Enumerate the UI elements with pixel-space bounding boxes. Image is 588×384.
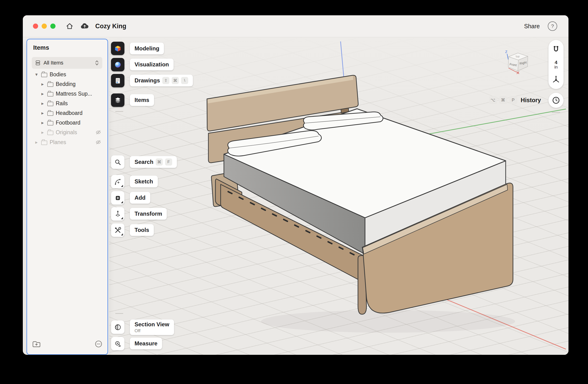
close-button[interactable] — [33, 23, 38, 29]
section-view-label[interactable]: Section View Off — [130, 319, 174, 335]
folder-icon — [41, 140, 47, 145]
folder-icon — [47, 82, 53, 87]
add-label[interactable]: Add — [130, 192, 150, 204]
search-icon — [113, 158, 123, 167]
transform-move-icon — [113, 209, 123, 219]
tools-button[interactable] — [111, 224, 125, 237]
tree-item-label: Bodies — [50, 71, 66, 78]
items-label[interactable]: Items — [130, 94, 154, 106]
chevron-right-icon[interactable]: ▸ — [40, 101, 45, 106]
share-button[interactable]: Share — [524, 23, 540, 30]
tree-item-label: Planes — [50, 139, 66, 145]
sync-button[interactable] — [80, 23, 89, 30]
minimize-button[interactable] — [42, 23, 47, 29]
section-view-state: Off — [135, 328, 169, 333]
search-label[interactable]: Search ⌘ F — [130, 156, 177, 168]
items-filter-select[interactable]: All Items — [32, 57, 102, 69]
modeling-label[interactable]: Modeling — [130, 43, 164, 54]
tree-item-originals[interactable]: ▸ Originals — [27, 128, 107, 137]
tree-item-planes[interactable]: ▸ Planes — [27, 137, 107, 147]
filter-icon — [35, 60, 41, 66]
tree-item-label: Bedding — [56, 81, 76, 87]
tree-item-rails[interactable]: ▸ Rails — [27, 99, 107, 108]
folder-icon — [47, 131, 53, 135]
measure-button[interactable] — [111, 337, 125, 350]
cloud-sync-icon — [80, 23, 89, 30]
visualization-label[interactable]: Visualization — [130, 59, 174, 70]
folder-icon — [47, 121, 53, 126]
section-view-button[interactable] — [111, 320, 125, 334]
transform-button[interactable] — [111, 207, 125, 221]
hidden-eye-icon[interactable] — [95, 139, 101, 145]
tree-item-label: Headboard — [56, 110, 83, 116]
drawings-button[interactable] — [111, 74, 125, 87]
add-folder-button[interactable] — [32, 340, 41, 349]
chevron-right-icon[interactable]: ▸ — [40, 130, 45, 135]
folder-icon — [41, 73, 47, 77]
items-panel: Items All Items ▾ Bodies ▸ Bedding ▸ Mat… — [27, 39, 108, 355]
visualization-button[interactable] — [111, 58, 125, 71]
visualization-sphere-icon — [113, 60, 123, 69]
key-cmd: ⌘ — [172, 77, 179, 84]
section-view-icon — [113, 322, 123, 332]
document-title: Cozy King — [95, 23, 126, 30]
folder-icon — [47, 111, 53, 116]
history-button[interactable] — [548, 93, 564, 108]
grid-size-indicator[interactable]: 4 in — [554, 60, 558, 69]
hidden-eye-icon[interactable] — [95, 130, 101, 135]
cube-face-top: Top — [515, 55, 520, 58]
view-cube[interactable]: Z Top Front Right — [504, 48, 532, 79]
transform-label[interactable]: Transform — [130, 208, 167, 220]
sketch-button[interactable] — [111, 175, 125, 188]
history-shortcut[interactable]: ⌥ ⌘ P History — [489, 96, 541, 104]
folder-icon — [47, 92, 53, 96]
chevron-right-icon[interactable]: ▸ — [40, 120, 45, 126]
axis-z-label: Z — [505, 50, 507, 54]
sketch-icon — [113, 177, 123, 186]
home-button[interactable] — [66, 22, 74, 30]
tree-item-label: Footboard — [56, 120, 81, 126]
app-window: Cozy King Share ? Items All Items ▾ Bodi… — [23, 15, 568, 355]
layers-icon — [113, 96, 123, 105]
key-cmd: ⌘ — [499, 96, 507, 104]
chevron-down-icon[interactable]: ▾ — [34, 71, 39, 77]
tools-label[interactable]: Tools — [130, 224, 154, 236]
add-button[interactable] — [111, 191, 125, 204]
chevron-right-icon[interactable]: ▸ — [40, 91, 45, 96]
modeling-cube-icon — [113, 44, 123, 53]
tree-item-headboard[interactable]: ▸ Headboard — [27, 108, 107, 118]
orientation-axis-icon[interactable] — [551, 75, 561, 84]
drawings-sheet-icon — [113, 76, 123, 86]
tree-item-mattress-support[interactable]: ▸ Mattress Sup... — [27, 89, 107, 98]
folder-icon — [47, 102, 53, 106]
tree-item-label: Rails — [56, 100, 68, 107]
key-cmd: ⌘ — [156, 158, 163, 165]
search-button[interactable] — [111, 155, 125, 169]
snap-magnet-icon[interactable] — [551, 45, 561, 54]
tree-item-label: Mattress Sup... — [56, 91, 92, 97]
chevron-right-icon[interactable]: ▸ — [34, 139, 39, 145]
toolbar-divider — [115, 111, 123, 112]
tree-item-bodies[interactable]: ▾ Bodies — [27, 70, 107, 79]
drawings-label[interactable]: Drawings ⇧ ⌘ \ — [130, 75, 193, 86]
history-label: History — [521, 97, 541, 104]
more-options-button[interactable] — [95, 340, 102, 349]
axis-x-marker — [517, 71, 519, 74]
sketch-label[interactable]: Sketch — [130, 176, 158, 187]
toolbar-divider — [115, 313, 123, 314]
history-clock-icon — [552, 96, 560, 105]
zoom-button[interactable] — [50, 23, 56, 29]
chevron-right-icon[interactable]: ▸ — [40, 81, 45, 87]
measure-label[interactable]: Measure — [130, 338, 162, 349]
measure-icon — [113, 339, 123, 348]
tree-item-footboard[interactable]: ▸ Footboard — [27, 118, 107, 127]
modeling-button[interactable] — [111, 42, 125, 55]
titlebar: Cozy King Share ? — [23, 15, 568, 37]
chevron-right-icon[interactable]: ▸ — [40, 110, 45, 116]
items-button[interactable] — [111, 93, 125, 107]
key-p: P — [509, 96, 517, 104]
filter-value: All Items — [43, 60, 63, 66]
tree-item-bedding[interactable]: ▸ Bedding — [27, 79, 107, 89]
help-button[interactable]: ? — [548, 22, 557, 31]
tools-icon — [113, 226, 123, 235]
